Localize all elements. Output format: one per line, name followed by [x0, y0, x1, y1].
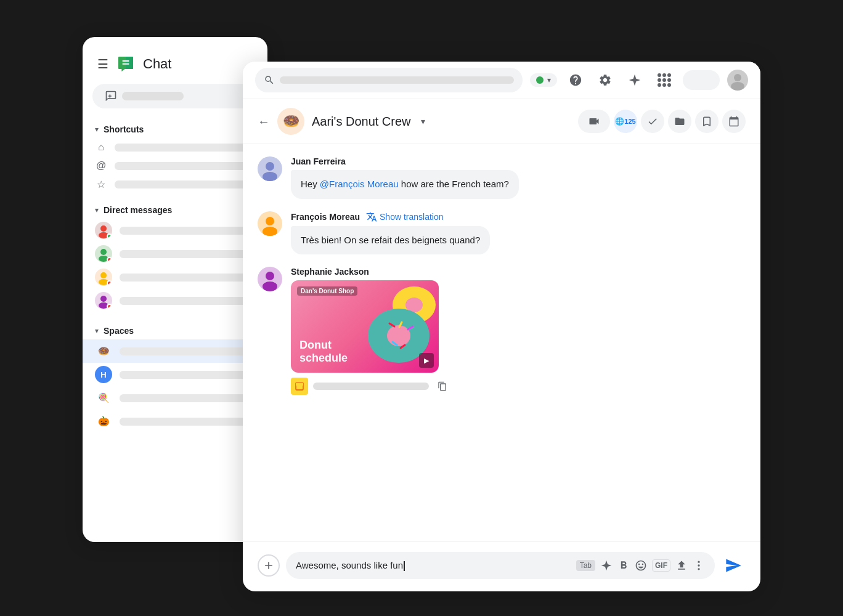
- space-name-1: [120, 347, 248, 355]
- svg-rect-29: [296, 383, 303, 386]
- shortcuts-section-header[interactable]: ▾ Shortcuts: [83, 118, 267, 138]
- sender-francois: François Moreau: [291, 212, 360, 222]
- user-avatar[interactable]: [727, 70, 748, 91]
- svg-point-22: [387, 325, 410, 346]
- space-item-pumpkin[interactable]: 🎃: [83, 410, 267, 433]
- svg-point-8: [734, 74, 741, 81]
- space-avatar-large: 🍩: [277, 108, 304, 135]
- dm-status-2: [107, 257, 112, 262]
- google-chat-logo: [116, 54, 136, 74]
- show-translation-button[interactable]: Show translation: [366, 211, 444, 222]
- upload-button[interactable]: [675, 559, 688, 572]
- more-options-button[interactable]: [693, 559, 705, 572]
- spaces-label: Spaces: [104, 326, 134, 336]
- starred-placeholder: [115, 180, 255, 188]
- space-item-donut-crew[interactable]: 🍩: [83, 339, 260, 363]
- svg-point-6: [100, 296, 107, 302]
- message-group-francois: François Moreau Show translation Très bi…: [258, 211, 746, 255]
- status-button[interactable]: ▾: [530, 73, 557, 87]
- svg-point-17: [266, 272, 274, 280]
- format-bold-button[interactable]: [617, 559, 630, 572]
- home-icon: ⌂: [95, 142, 107, 153]
- help-button[interactable]: [564, 69, 587, 91]
- space-item-candy[interactable]: 🍭: [83, 386, 267, 410]
- card-link-icon: [295, 381, 304, 391]
- new-chat-icon: [105, 90, 117, 102]
- translate-icon: 🌐: [615, 117, 624, 126]
- tasks-button[interactable]: [641, 110, 664, 133]
- dm-item-1[interactable]: [83, 219, 267, 242]
- dm-item-3[interactable]: [83, 265, 267, 289]
- hamburger-icon[interactable]: ☰: [97, 57, 108, 71]
- chat-title-chevron-icon[interactable]: ▾: [421, 116, 425, 126]
- dm-section-header[interactable]: ▾ Direct messages: [83, 199, 267, 219]
- shortcuts-label: Shortcuts: [104, 124, 144, 134]
- bookmark-icon: [701, 116, 712, 127]
- add-attachment-button[interactable]: [258, 554, 280, 577]
- card-copy-button[interactable]: [434, 378, 451, 395]
- sidebar-item-mentions[interactable]: @: [83, 156, 267, 175]
- spaces-chevron-icon: ▾: [95, 326, 99, 335]
- message-group-juan: Juan Ferreira Hey @François Moreau how a…: [258, 156, 746, 199]
- video-call-button[interactable]: [578, 110, 610, 133]
- input-area: Awesome, sounds like fun Tab GIF: [243, 541, 760, 591]
- search-bar[interactable]: [255, 68, 523, 92]
- spaces-section-header[interactable]: ▾ Spaces: [83, 320, 267, 339]
- folder-icon: [674, 116, 685, 127]
- emoji-button[interactable]: [635, 559, 647, 572]
- message-content-juan: Juan Ferreira Hey @François Moreau how a…: [291, 156, 746, 199]
- bookmark-button[interactable]: [695, 110, 719, 133]
- settings-button[interactable]: [594, 69, 616, 91]
- avatar-juan: [258, 156, 282, 181]
- svg-point-0: [100, 225, 107, 232]
- dm-name-4: [120, 297, 255, 305]
- message-input-box[interactable]: Awesome, sounds like fun Tab GIF: [286, 552, 715, 579]
- message-input-text: Awesome, sounds like fun: [296, 560, 571, 571]
- card-footer: [291, 378, 451, 395]
- avatar-stephanie: [258, 267, 282, 291]
- mentions-placeholder: [115, 162, 255, 170]
- sidebar-item-home[interactable]: ⌂: [83, 138, 267, 156]
- gif-button[interactable]: GIF: [652, 559, 670, 572]
- dm-item-2[interactable]: [83, 242, 267, 265]
- translate-button[interactable]: 🌐 125: [614, 110, 637, 133]
- image-pip-button[interactable]: ▶: [419, 353, 434, 368]
- mention-icon: @: [95, 160, 107, 171]
- new-chat-button[interactable]: [92, 84, 258, 108]
- space-item-h[interactable]: H: [83, 363, 267, 386]
- svg-point-9: [731, 82, 744, 91]
- space-name-2: [120, 371, 255, 379]
- sidebar-item-starred[interactable]: ☆: [83, 175, 267, 194]
- sender-juan: Juan Ferreira: [291, 156, 346, 166]
- message-group-stephanie: Stephanie Jackson Dan's Donut Shop: [258, 267, 746, 395]
- donut-image-card: Dan's Donut Shop: [291, 280, 451, 395]
- gemini-button[interactable]: [624, 69, 646, 91]
- svg-point-31: [698, 561, 699, 563]
- tab-badge: Tab: [576, 560, 595, 571]
- shortcuts-chevron-icon: ▾: [95, 125, 99, 134]
- apps-button[interactable]: [653, 69, 675, 91]
- message-bubble-francois: Très bien! On se refait des beignets qua…: [291, 226, 490, 255]
- gemini-input-icon[interactable]: [600, 559, 613, 572]
- apps-grid-icon: [658, 73, 671, 87]
- settings-icon: [598, 73, 612, 87]
- donut-image: Dan's Donut Shop: [291, 280, 439, 373]
- text-cursor: [404, 561, 405, 571]
- input-row: Awesome, sounds like fun Tab GIF: [258, 552, 746, 579]
- send-button[interactable]: [721, 553, 746, 578]
- dm-avatar-3: [95, 269, 112, 286]
- dm-label: Direct messages: [104, 205, 172, 215]
- back-button[interactable]: ←: [258, 115, 270, 129]
- donut-card-title: Donut schedule: [299, 339, 348, 365]
- sidebar: ☰ Chat ▾ Shortcuts ⌂ @: [83, 37, 267, 542]
- dm-item-4[interactable]: [83, 289, 267, 312]
- input-typed-text: Awesome, sounds like fun: [296, 560, 403, 570]
- sidebar-title: Chat: [143, 56, 171, 72]
- folder-button[interactable]: [668, 110, 691, 133]
- juan-avatar-icon: [258, 156, 282, 181]
- dm-name-1: [120, 227, 255, 235]
- calendar-button[interactable]: [722, 110, 746, 133]
- chat-window: ▾: [243, 62, 760, 591]
- space-avatar-h: H: [95, 366, 112, 383]
- translate-count: 125: [624, 118, 635, 125]
